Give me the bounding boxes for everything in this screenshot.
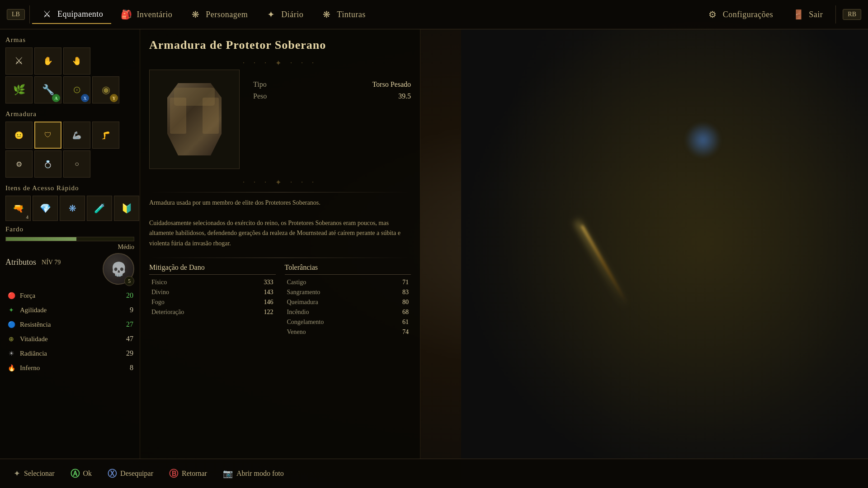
weapon-slot-6[interactable]: 🔧 A <box>34 76 61 103</box>
quick-slot-4[interactable]: 🧪 <box>87 196 112 221</box>
nav-label-dyes: Tinturas <box>337 10 365 19</box>
ring-1-icon: ⚙ <box>16 160 22 169</box>
incendio-value: 68 <box>402 309 409 316</box>
damage-mitigation-header: Mitigação de Dano <box>149 263 276 275</box>
radiancia-icon: ☀ <box>6 348 16 358</box>
arms-slot[interactable]: 🦾 <box>63 122 90 149</box>
attr-row-resistencia[interactable]: 🔵 Resistência 27 <box>5 317 134 332</box>
rb-button[interactable]: RB <box>843 9 861 20</box>
ring-slot-3[interactable]: ○ <box>63 150 90 178</box>
nav-item-exit[interactable]: 🚪 Sair <box>783 5 831 23</box>
attr-row-inferno[interactable]: 🔥 Inferno 8 <box>5 361 134 375</box>
tolerances-header: Tolerâncias <box>285 263 411 275</box>
description-para-2: Cuidadosamente selecionados do exército … <box>149 218 411 249</box>
weapon-slot-3[interactable]: 🤚 <box>63 47 90 75</box>
weapon-slot-1[interactable]: ⚔ <box>5 47 33 75</box>
left-panel: Armas ⚔ ✋ 🤚 🌿 🔧 A ⊙ X ◉ Y Armadura <box>0 29 140 459</box>
quick-slot-3[interactable]: ❋ <box>60 196 85 221</box>
action-ok[interactable]: Ⓐ Ok <box>71 468 92 480</box>
sangramento-value: 83 <box>402 289 409 296</box>
arms-icon: 🦾 <box>72 131 81 140</box>
veneno-value: 74 <box>402 328 409 336</box>
attr-row-forca[interactable]: 🔴 Força 20 <box>5 288 134 303</box>
peso-label: Peso <box>253 92 267 100</box>
ring-3-icon: ○ <box>75 160 79 168</box>
forca-label: Força <box>20 292 116 300</box>
dyes-icon: ❋ <box>320 8 333 21</box>
castigo-value: 71 <box>402 279 409 286</box>
fogo-value: 146 <box>264 299 274 306</box>
weapon-slot-8[interactable]: ◉ Y <box>92 76 119 103</box>
nav-item-config[interactable]: ⚙ Configurações <box>698 5 781 23</box>
character-icon: ❋ <box>189 8 202 21</box>
nav-item-equipment[interactable]: ⚔ Equipamento <box>32 5 111 24</box>
damage-mitigation-table: Mitigação de Dano Físico 333 Divino 143 … <box>149 263 276 337</box>
bottom-bar: ✦ Selecionar Ⓐ Ok Ⓧ Desequipar Ⓑ Retorna… <box>0 459 868 488</box>
fardo-bar <box>5 237 134 241</box>
helm-slot[interactable]: 😐 <box>5 122 33 149</box>
nav-label-character: Personagem <box>206 10 248 19</box>
diary-icon: ✦ <box>264 8 278 21</box>
sangramento-name: Sangramento <box>287 289 321 296</box>
congelamento-value: 61 <box>402 319 409 326</box>
attr-row-agilidade[interactable]: ✦ Agilidade 9 <box>5 303 134 317</box>
attr-row-vitalidade[interactable]: ⊕ Vitalidade 47 <box>5 332 134 346</box>
fardo-section: Fardo Médio <box>5 225 134 251</box>
fardo-title: Fardo <box>5 225 134 233</box>
inferno-label: Inferno <box>20 364 116 372</box>
item-description: Armadura usada por um membro de elite do… <box>149 198 411 249</box>
agilidade-icon: ✦ <box>6 305 16 315</box>
sphere-skull: 💀 <box>110 261 127 277</box>
action-foto[interactable]: 📷 Abrir modo foto <box>223 469 284 479</box>
quick-slot-5[interactable]: 🔰 <box>114 196 139 221</box>
quick-slot-2[interactable]: 💎 <box>33 196 58 221</box>
top-navigation: LB ⚔ Equipamento 🎒 Inventário ❋ Personag… <box>0 0 868 29</box>
vitalidade-value: 47 <box>120 335 133 343</box>
torso-slot[interactable]: 🛡 <box>34 122 61 149</box>
ring-slot-1[interactable]: ⚙ <box>5 150 33 178</box>
weapon-slot-2[interactable]: ✋ <box>34 47 61 75</box>
lb-button[interactable]: LB <box>7 9 25 20</box>
tipo-row: Tipo Torso Pesado <box>253 79 411 90</box>
equipment-icon: ⚔ <box>40 7 54 21</box>
attributes-section: Atributos NÍV 79 💀 5 🔴 Força 20 ✦ Agilid… <box>5 258 134 375</box>
ring-slot-2[interactable]: 💍 <box>34 150 61 178</box>
legs-slot[interactable]: 🦵 <box>92 122 119 149</box>
quick-slot-1[interactable]: 🔫 4 <box>5 196 31 221</box>
attributes-header: Atributos NÍV 79 <box>5 258 61 267</box>
foto-label: Abrir modo foto <box>236 469 284 478</box>
action-desequipar[interactable]: Ⓧ Desequipar <box>108 468 153 480</box>
tolerances-table: Tolerâncias Castigo 71 Sangramento 83 Qu… <box>285 263 411 337</box>
stats-container: Mitigação de Dano Físico 333 Divino 143 … <box>149 263 411 337</box>
agilidade-value: 9 <box>120 306 133 314</box>
action-retornar[interactable]: Ⓑ Retornar <box>169 468 207 480</box>
nav-item-character[interactable]: ❋ Personagem <box>180 5 256 23</box>
action-selecionar: ✦ Selecionar <box>14 469 55 479</box>
nav-label-exit: Sair <box>809 10 823 19</box>
weapon-slot-5[interactable]: 🌿 <box>5 76 33 103</box>
resistencia-value: 27 <box>120 320 133 328</box>
nav-item-diary[interactable]: ✦ Diário <box>256 5 311 23</box>
tol-row-incendio: Incêndio 68 <box>285 307 411 317</box>
damage-row-divino: Divino 143 <box>149 287 276 297</box>
weapon-6-badge: A <box>52 94 60 102</box>
item-image-box <box>149 70 240 169</box>
divino-name: Divino <box>151 289 169 296</box>
tol-row-sangramento: Sangramento 83 <box>285 287 411 297</box>
inventory-icon: 🎒 <box>119 8 133 21</box>
retornar-label: Retornar <box>182 469 207 478</box>
weapon-slot-7[interactable]: ⊙ X <box>63 76 90 103</box>
ring-2-icon: 💍 <box>43 160 52 169</box>
quick-3-icon: ❋ <box>69 203 76 214</box>
nav-item-inventory[interactable]: 🎒 Inventário <box>111 5 180 23</box>
vitalidade-icon: ⊕ <box>6 334 16 344</box>
selecionar-label: Selecionar <box>24 469 55 478</box>
fardo-level-text: Médio <box>5 244 134 251</box>
weapon-6-icon: 🔧 <box>42 84 54 96</box>
tol-row-congelamento: Congelamento 61 <box>285 317 411 327</box>
attr-row-radiancia[interactable]: ☀ Radiância 29 <box>5 346 134 361</box>
nav-item-dyes[interactable]: ❋ Tinturas <box>311 5 373 23</box>
weapon-7-icon: ⊙ <box>73 84 81 96</box>
attributes-title: Atributos <box>5 258 36 267</box>
selecionar-icon: ✦ <box>14 469 20 479</box>
